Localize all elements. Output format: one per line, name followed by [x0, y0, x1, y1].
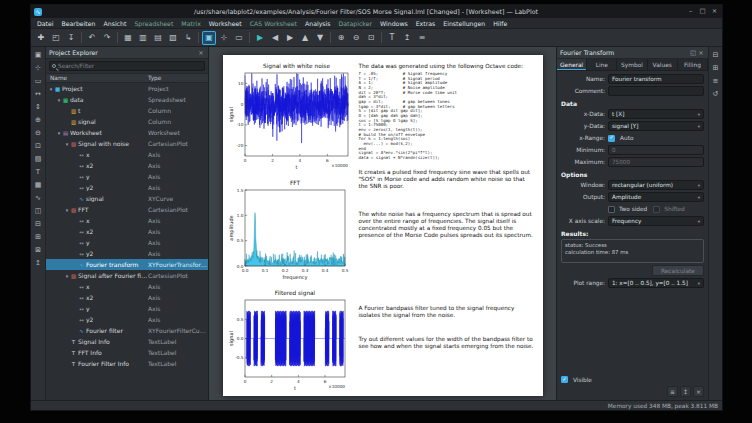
- add-plot-icon[interactable]: ▧: [32, 153, 44, 165]
- zoom-fit-icon[interactable]: ⊡: [32, 140, 44, 152]
- tree-row-fft[interactable]: ▾▧FFTCartesianPlot: [46, 204, 208, 215]
- vertical-layout-icon[interactable]: ◫: [32, 205, 44, 217]
- comment-input[interactable]: [608, 86, 704, 96]
- tree-row-x[interactable]: ↔xAxis: [46, 281, 208, 292]
- open-project-icon[interactable]: ◰: [49, 31, 63, 45]
- history-icon[interactable]: ↺: [710, 88, 722, 100]
- panel-close-icon[interactable]: ×: [197, 49, 205, 57]
- xdata-combobox[interactable]: t [X] ▾: [608, 109, 704, 119]
- zoom-select-icon[interactable]: ▭: [32, 75, 44, 87]
- plot-fft[interactable]: FFT0.00.51.01.50.00.10.20.30.40.5frequen…: [228, 177, 349, 281]
- select-mode-icon[interactable]: ▣: [202, 31, 216, 45]
- tree-row-fft-info[interactable]: TFFT InfoTextLabel: [46, 347, 208, 358]
- new-project-icon[interactable]: ✚: [34, 31, 48, 45]
- tree-row-signal-with-noise[interactable]: ▾▧Signal with noiseCartesianPlot: [46, 138, 208, 149]
- zoom-out-icon[interactable]: ⊖: [32, 127, 44, 139]
- add-text-label-icon[interactable]: T: [385, 31, 399, 45]
- title-bar[interactable]: ∿ /usr/share/labplot2/examples/Analysis/…: [31, 5, 722, 18]
- minimize-icon[interactable]: –: [686, 7, 695, 16]
- menu-worksheet[interactable]: Worksheet: [205, 18, 246, 29]
- tree-row-project[interactable]: ▾■ProjectProject: [46, 83, 208, 94]
- delete-icon[interactable]: ×: [693, 386, 704, 397]
- menu-bearbeiten[interactable]: Bearbeiten: [58, 18, 100, 29]
- tree-row-worksheet[interactable]: ▾▤WorksheetWorksheet: [46, 127, 208, 138]
- tab-filling[interactable]: Filling: [678, 59, 708, 70]
- worksheet-canvas[interactable]: Signal with white noise-20-100100246×100…: [223, 55, 543, 396]
- crosshair-icon[interactable]: ⊹: [32, 62, 44, 74]
- tree-row-x[interactable]: ↔xAxis: [46, 149, 208, 160]
- tree-row-t[interactable]: ▥tColumn: [46, 105, 208, 116]
- collapse-all-icon[interactable]: ⊟: [710, 49, 722, 61]
- menu-extras[interactable]: Extras: [412, 18, 440, 29]
- menu-datei[interactable]: Datei: [33, 18, 58, 29]
- tree-row-x2[interactable]: ↔x2Axis: [46, 226, 208, 237]
- tree-row-y2[interactable]: ↔y2Axis: [46, 314, 208, 325]
- options-icon[interactable]: ≡: [667, 386, 678, 397]
- worksheet-view[interactable]: Signal with white noise-20-100100246×100…: [209, 47, 556, 400]
- save-project-icon[interactable]: ↧: [64, 31, 78, 45]
- tree-row-signal[interactable]: ▥signalColumn: [46, 116, 208, 127]
- dock-close-icon[interactable]: ×: [697, 49, 705, 57]
- import-data-icon[interactable]: ↳: [181, 31, 195, 45]
- tree-row-x[interactable]: ↔xAxis: [46, 215, 208, 226]
- menu-einstellungen[interactable]: Einstellungen: [439, 18, 489, 29]
- properties-icon[interactable]: ≡: [710, 75, 722, 87]
- grid-layout-icon[interactable]: ⊞: [32, 231, 44, 243]
- menu-matrix[interactable]: Matrix: [177, 18, 204, 29]
- tree-row-signal-after-fourier-filter[interactable]: ▾▧Signal after Fourier filterCartesianPl…: [46, 270, 208, 281]
- dock-float-icon[interactable]: ◱: [689, 49, 697, 57]
- tab-values[interactable]: Values: [648, 59, 678, 70]
- play-icon[interactable]: ▶: [253, 31, 267, 45]
- shifted-checkbox[interactable]: [653, 206, 660, 213]
- tree-row-data[interactable]: ▾▦dataSpreadsheet: [46, 94, 208, 105]
- tree-row-signal[interactable]: ∿signalXYCurve: [46, 193, 208, 204]
- menu-windows[interactable]: Windows: [376, 18, 412, 29]
- plot-signal-with-noise[interactable]: Signal with white noise-20-100100246×100…: [228, 60, 352, 171]
- tab-general[interactable]: General: [557, 59, 587, 70]
- zoom-y-icon[interactable]: ↕: [32, 101, 44, 113]
- column-header-type[interactable]: Type: [148, 75, 208, 81]
- new-note-icon[interactable]: ▧: [166, 31, 180, 45]
- menu-hilfe[interactable]: Hilfe: [489, 18, 511, 29]
- shift-down-icon[interactable]: ▼: [313, 31, 327, 45]
- tree-row-y2[interactable]: ↔y2Axis: [46, 248, 208, 259]
- zoom-in-icon[interactable]: ⊕: [334, 31, 348, 45]
- tree-row-fourier-transform[interactable]: ∿Fourier transformXYFourierTransformCurv…: [46, 259, 208, 270]
- shift-left-icon[interactable]: ◀: [268, 31, 282, 45]
- menu-datapicker[interactable]: Datapicker: [335, 18, 377, 29]
- expand-all-icon[interactable]: ⊞: [710, 62, 722, 74]
- maximum-input[interactable]: 75000: [608, 157, 704, 167]
- zoom-in-icon[interactable]: ⊕: [32, 114, 44, 126]
- break-layout-icon[interactable]: ⊠: [32, 244, 44, 256]
- new-spreadsheet-icon[interactable]: ▦: [121, 31, 135, 45]
- maximize-icon[interactable]: □: [698, 7, 707, 16]
- crosshair-mode-icon[interactable]: ⊹: [217, 31, 231, 45]
- tree-row-x2[interactable]: ↔x2Axis: [46, 292, 208, 303]
- menu-spreadsheet[interactable]: Spreadsheet: [130, 18, 177, 29]
- plot-range-combobox[interactable]: 1: x=[0 .. 0.5], y=[0 .. 1.5] ▾: [608, 278, 704, 288]
- column-header-name[interactable]: Name: [46, 75, 148, 81]
- new-matrix-icon[interactable]: ▥: [136, 31, 150, 45]
- xaxis-scale-combobox[interactable]: Frequency ▾: [608, 216, 704, 226]
- zoom-fit-icon[interactable]: ⊡: [364, 31, 378, 45]
- shift-right-icon[interactable]: ▶: [283, 31, 297, 45]
- ydata-combobox[interactable]: signal [Y] ▾: [608, 121, 704, 131]
- select-region-icon[interactable]: ▣: [32, 49, 44, 61]
- horizontal-layout-icon[interactable]: ⊟: [32, 218, 44, 230]
- plot-filtered-signal[interactable]: Filtered signal-0.50.00.50246×10000tsign…: [228, 287, 349, 392]
- add-text-icon[interactable]: T: [32, 166, 44, 178]
- add-image-icon[interactable]: ▦: [32, 179, 44, 191]
- menu-analysis[interactable]: Analysis: [301, 18, 335, 29]
- zoom-x-icon[interactable]: ↔: [32, 88, 44, 100]
- export-image-icon[interactable]: ↥: [32, 257, 44, 269]
- tree-row-fourier-filter[interactable]: ∿Fourier filterXYFourierFilterCurve: [46, 325, 208, 336]
- undo-icon[interactable]: ↶: [85, 31, 99, 45]
- zoom-out-icon[interactable]: ⊖: [349, 31, 363, 45]
- tree-row-fourier-filter-info[interactable]: TFourier Filter InfoTextLabel: [46, 358, 208, 369]
- tree-row-x2[interactable]: ↔x2Axis: [46, 160, 208, 171]
- add-curve-icon[interactable]: ∿: [32, 192, 44, 204]
- tree-row-y[interactable]: ↔yAxis: [46, 303, 208, 314]
- export-worksheet-icon[interactable]: ↥: [400, 31, 414, 45]
- auto-checkbox[interactable]: ✓: [608, 135, 615, 142]
- search-input[interactable]: [58, 63, 202, 69]
